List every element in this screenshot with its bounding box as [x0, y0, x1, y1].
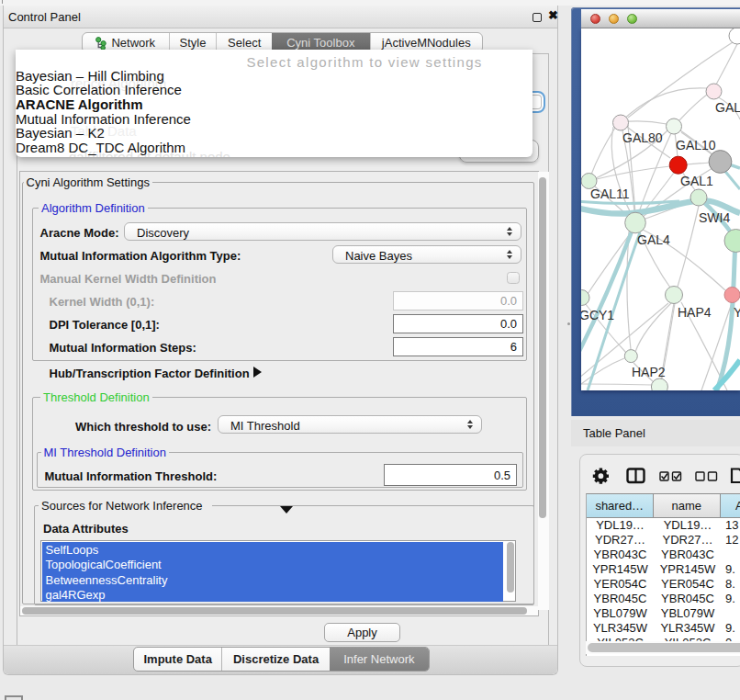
svg-text:GAL4: GAL4	[637, 232, 670, 247]
svg-text:GAL1: GAL1	[680, 174, 713, 188]
svg-text:GAL80: GAL80	[622, 130, 663, 145]
svg-text:GAL10: GAL10	[676, 138, 716, 152]
svg-text:GAL2: GAL2	[715, 100, 740, 115]
svg-text:SWI4: SWI4	[699, 210, 730, 225]
svg-text:YJ: YJ	[734, 305, 740, 320]
svg-text:HAP4: HAP4	[678, 305, 712, 320]
svg-text:GAL11: GAL11	[590, 186, 630, 201]
svg-text:GCY1: GCY1	[581, 308, 614, 322]
svg-text:HAP2: HAP2	[632, 365, 666, 379]
